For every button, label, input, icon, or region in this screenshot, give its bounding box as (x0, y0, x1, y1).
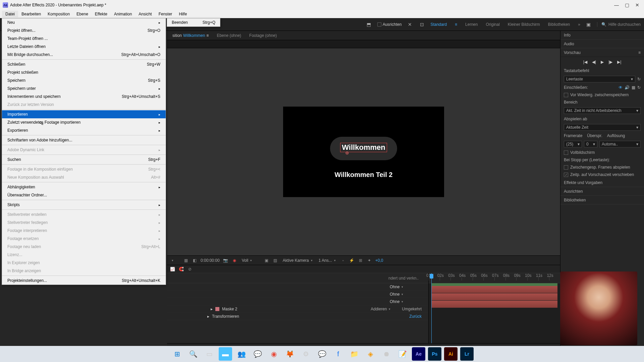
expand-icon[interactable]: ▸ (207, 314, 209, 319)
tb-notes-icon[interactable]: 📝 (396, 347, 409, 361)
tb-start-icon[interactable]: ⊞ (170, 347, 184, 361)
comp-canvas[interactable]: Willkommen ⊕ Willkommen Teil 2 (283, 107, 444, 197)
menu-item[interactable]: Zuletzt verwendetes Footage importieren (2, 118, 166, 126)
ws-original[interactable]: Original (486, 22, 499, 27)
menu-item[interactable]: Projekteinstellungen...Strg+Alt+Umschalt… (2, 277, 166, 285)
tl-graph-icon[interactable]: 📈 (170, 266, 175, 272)
track-bar-3[interactable] (431, 301, 557, 308)
tb-app2-icon[interactable]: ⚙ (299, 347, 313, 361)
first-frame-icon[interactable]: |◀ (583, 60, 587, 64)
menu-item[interactable]: Projekt schließen (2, 68, 166, 76)
mask-icon[interactable]: ◧ (192, 258, 197, 263)
timecode[interactable]: 0:00:00:00 (201, 258, 220, 263)
work-area-bar[interactable] (431, 283, 557, 286)
tab-menu-icon[interactable]: ≡ (206, 33, 209, 38)
cache-check[interactable] (564, 93, 568, 97)
menu-item[interactable]: Letzte Dateien öffnen (2, 43, 166, 51)
region-icon[interactable]: ▣ (264, 258, 269, 263)
grid-icon[interactable]: ▦ (183, 258, 189, 263)
tl-shy-icon[interactable]: ⊘ (187, 266, 193, 272)
zoom-dd[interactable] (170, 258, 180, 262)
panel-effekte[interactable]: Effekte und Vorgaben (560, 178, 644, 187)
abspielen-dd[interactable]: Aktuelle Zeit▾ (564, 124, 641, 131)
submenu-beenden[interactable]: BeendenStrg+Q (167, 18, 220, 26)
tb-whatsapp-icon[interactable]: 💬 (251, 347, 264, 361)
loop-icon[interactable]: ↻ (637, 85, 641, 90)
menu-item[interactable]: SpeichernStrg+S (2, 76, 166, 84)
mask-invert[interactable]: Umgekehrt (402, 307, 422, 311)
tb-messenger-icon[interactable]: 💬 (315, 347, 329, 361)
tb-firefox-icon[interactable]: 🦊 (283, 347, 297, 361)
comp-viewer[interactable]: Willkommen ⊕ Willkommen Teil 2 (167, 48, 560, 255)
snap-edge-icon[interactable]: ✕ (406, 21, 414, 28)
panel-menu-icon[interactable]: ≡ (638, 50, 641, 55)
panel-info[interactable]: Info (560, 31, 644, 40)
ws-standard[interactable]: Standard (430, 22, 447, 27)
ws-lernen[interactable]: Lernen (465, 22, 478, 27)
menu-ansicht[interactable]: Ansicht (135, 11, 155, 17)
tb-search-icon[interactable]: 🔍 (186, 347, 200, 361)
expand-icon[interactable]: ▸ (211, 307, 213, 311)
menu-animation[interactable]: Animation (111, 11, 135, 17)
menu-item[interactable]: SuchenStrg+F (2, 156, 166, 164)
menu-item[interactable]: Neu (2, 18, 166, 26)
search-help[interactable]: 🔍 Hilfe durchsuchen (597, 22, 641, 27)
layer-transform[interactable]: ▸ Transformieren Zurück (167, 313, 428, 320)
exposure[interactable]: +0,0 (375, 258, 383, 263)
last-frame-icon[interactable]: ▶| (617, 60, 621, 64)
menu-fenster[interactable]: Fenster (155, 11, 176, 17)
vollbild-check[interactable] (564, 150, 568, 155)
timeline-icon[interactable]: ⊞ (358, 258, 363, 263)
layer-mask[interactable]: ▸ Maske 2 AddierenUmgekehrt (167, 305, 428, 313)
menu-item[interactable]: Speichern unter (2, 84, 166, 93)
tb-app1-icon[interactable]: ◉ (267, 347, 280, 361)
mask-color-swatch[interactable] (215, 307, 219, 311)
menu-item[interactable]: Exportieren (2, 126, 166, 134)
menu-item[interactable]: Schriftarten von Adobe hinzufügen... (2, 136, 166, 144)
comp-tab-ebene[interactable]: Ebene (ohne) (213, 32, 245, 39)
layer-row-2[interactable]: Ohne (167, 291, 428, 298)
include-audio-icon[interactable]: 🔊 (625, 85, 630, 90)
zeitp-check[interactable]: ✓ (564, 173, 568, 177)
shortcut-dd[interactable]: Leertaste▾ (564, 76, 635, 82)
transform-reset[interactable]: Zurück (409, 314, 422, 319)
panel-ausrichten[interactable]: Ausrichten (560, 187, 644, 196)
play-icon[interactable]: ▶ (601, 60, 604, 64)
comp-tab-footage[interactable]: Footage (ohne) (246, 32, 280, 39)
maximize-icon[interactable]: ▢ (625, 2, 629, 8)
prev-frame-icon[interactable]: ◀| (592, 60, 596, 64)
menu-item[interactable]: Team-Projekt öffnen ... (2, 35, 166, 43)
tb-ai-icon[interactable]: Ai (444, 347, 458, 361)
menu-bearbeiten[interactable]: Bearbeiten (18, 11, 44, 17)
views-dd[interactable]: 1 Ans... (317, 258, 337, 263)
minimize-icon[interactable]: — (614, 2, 619, 8)
tb-files-icon[interactable]: 📁 (347, 347, 361, 361)
include-video-icon[interactable]: 👁 (619, 85, 623, 90)
transparency-icon[interactable]: ▨ (273, 258, 278, 263)
track-bar-2[interactable] (431, 293, 557, 301)
snapping-icon[interactable]: ⬒ (365, 21, 373, 28)
menu-item[interactable]: Skripts (2, 201, 166, 209)
mask-mode-dd[interactable]: Addieren (369, 306, 392, 312)
panel-audio[interactable]: Audio (560, 40, 644, 48)
layer-row-1[interactable]: Ohne (167, 283, 428, 291)
ws-klein[interactable]: Kleiner Bildschirm (508, 22, 540, 27)
render-icon[interactable]: ✦ (367, 258, 372, 263)
ws-overflow-icon[interactable]: » (578, 22, 580, 27)
close-icon[interactable]: ✕ (635, 2, 639, 8)
timeline-ruler[interactable]: 01s02s03s04s05s06s07s08s09s10s11s12s (429, 273, 560, 283)
timeline-tracks[interactable]: 01s02s03s04s05s06s07s08s09s10s11s12s (429, 273, 560, 343)
menu-item[interactable]: Mit Bridge durchsuchen...Strg+Alt+Umscha… (2, 51, 166, 59)
fps-dd[interactable]: (25)▾ (564, 141, 582, 147)
playhead[interactable] (431, 273, 432, 343)
comp-tab-willkommen[interactable]: sition Willkommen ≡ (169, 32, 212, 39)
next-frame-icon[interactable]: |▶ (608, 60, 612, 64)
menu-item[interactable]: SchließenStrg+W (2, 60, 166, 68)
anchor-point-icon[interactable]: ⊕ (345, 150, 349, 156)
menu-item[interactable]: Überwachter Ordner... (2, 191, 166, 199)
channel-icon[interactable]: ◉ (232, 258, 237, 263)
snapshot-icon[interactable]: 📷 (223, 258, 228, 263)
menu-komposition[interactable]: Komposition (44, 11, 73, 17)
menu-effekte[interactable]: Effekte (92, 11, 111, 17)
tb-obs-icon[interactable]: ⏺ (380, 347, 393, 361)
